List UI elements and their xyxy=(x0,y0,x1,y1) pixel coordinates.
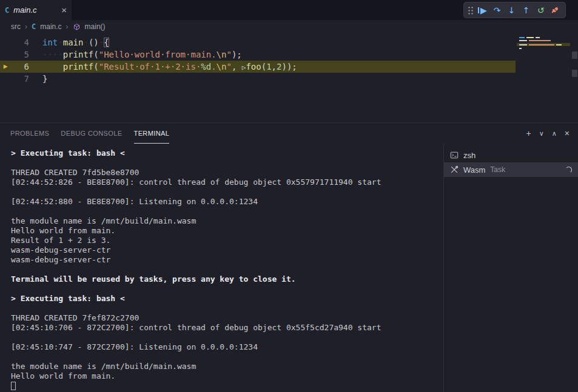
terminal-line: THREAD CREATED 7fef872c2700 xyxy=(11,313,443,323)
code-line-5[interactable]: 5····printf("Hello·world·from·main.\n"); xyxy=(0,48,516,61)
chevron-right-icon: › xyxy=(25,22,27,31)
close-panel-icon[interactable]: × xyxy=(565,128,570,138)
overview-ruler-mark[interactable] xyxy=(572,51,577,59)
c-file-icon: C xyxy=(5,6,9,15)
symbol-method-icon xyxy=(73,23,81,31)
breadcrumb-symbol[interactable]: main() xyxy=(85,22,106,31)
terminal-list: zsh Wasm Task xyxy=(443,144,578,392)
glyph-margin[interactable] xyxy=(0,36,11,48)
tab-bar: C main.c × ▶ ↷ ↓ ↑ ↺ xyxy=(0,0,578,20)
terminal-line xyxy=(11,352,443,362)
continue-button[interactable]: ▶ xyxy=(476,4,489,17)
disconnect-button[interactable] xyxy=(548,4,562,17)
terminal-line xyxy=(11,265,443,274)
terminal-item-zsh[interactable]: zsh xyxy=(444,148,578,162)
terminal-line: Hello world from main. xyxy=(11,226,443,236)
terminal-cursor xyxy=(11,382,16,390)
maximize-panel-icon[interactable]: ∧ xyxy=(552,130,557,138)
step-over-button[interactable]: ↷ xyxy=(490,4,504,17)
tools-icon xyxy=(450,165,459,174)
code-line-7[interactable]: 7} xyxy=(0,73,516,85)
terminal-line xyxy=(11,333,443,342)
terminal-line: [02:45:10:706 - 872C2700]: control threa… xyxy=(11,323,443,333)
code-editor[interactable]: 4int·main·()·{5····printf("Hello·world·f… xyxy=(0,33,578,122)
terminal-line: Terminal will be reused by tasks, press … xyxy=(11,274,443,284)
breadcrumb-file[interactable]: main.c xyxy=(40,22,61,31)
tab-close-icon[interactable]: × xyxy=(61,5,67,15)
terminal-line: Result of 1 + 2 is 3. xyxy=(11,236,443,245)
current-statement-arrow-icon[interactable]: ▶ xyxy=(0,61,11,73)
terminal-line xyxy=(11,207,443,216)
terminal-line: the module name is /mnt/build/main.wasm xyxy=(11,362,443,371)
overview-ruler-mark[interactable] xyxy=(572,70,577,77)
code-lines: 4int·main·()·{5····printf("Hello·world·f… xyxy=(0,33,578,85)
tab-debug-console[interactable]: DEBUG CONSOLE xyxy=(61,123,122,144)
terminal-line xyxy=(11,284,443,294)
code-line-4[interactable]: 4int·main·()·{ xyxy=(0,36,516,48)
restart-button[interactable]: ↺ xyxy=(534,4,548,17)
bottom-panel: PROBLEMS DEBUG CONSOLE TERMINAL + ∨ ∧ × … xyxy=(0,122,578,392)
terminal-line: > Executing task: bash < xyxy=(11,294,443,304)
code-line-6[interactable]: ▶6····printf("Result·of·1·+·2·is·%d.\n",… xyxy=(0,61,516,73)
terminal-line: Hello world from main. xyxy=(11,371,443,381)
chevron-right-icon: › xyxy=(66,22,69,31)
panel-body: > Executing task: bash < THREAD CREATED … xyxy=(0,144,578,392)
terminal-line: [02:45:10:747 - 872C2700]: Listening on … xyxy=(11,342,443,352)
debug-toolbar: ▶ ↷ ↓ ↑ ↺ xyxy=(463,2,566,18)
terminal-line: the module name is /mnt/build/main.wasm xyxy=(11,216,443,226)
step-into-button[interactable]: ↓ xyxy=(505,4,519,17)
tab-label: main.c xyxy=(13,5,57,15)
tab-terminal[interactable]: TERMINAL xyxy=(134,123,170,144)
code-text: } xyxy=(42,73,47,85)
terminal-dropdown-icon[interactable]: ∨ xyxy=(539,130,544,138)
line-number: 7 xyxy=(11,73,29,85)
breadcrumb-folder[interactable]: src xyxy=(11,22,21,31)
panel-actions: + ∨ ∧ × xyxy=(526,128,570,138)
tab-main-c[interactable]: C main.c × xyxy=(0,0,72,20)
line-number: 5 xyxy=(11,48,29,61)
terminal-line: > Executing task: bash < xyxy=(11,148,443,158)
step-out-button[interactable]: ↑ xyxy=(519,4,533,17)
terminal-line: wasm-debug-server-ctr xyxy=(11,245,443,255)
terminal-line: THREAD CREATED 7fd5be8e8700 xyxy=(11,168,443,178)
terminal-line xyxy=(11,187,443,197)
tab-problems[interactable]: PROBLEMS xyxy=(10,123,49,144)
glyph-margin[interactable] xyxy=(0,48,11,61)
terminal-item-label: Wasm xyxy=(463,165,485,174)
line-number: 6 xyxy=(11,61,29,73)
terminal-icon xyxy=(450,151,459,159)
terminal-output[interactable]: > Executing task: bash < THREAD CREATED … xyxy=(0,144,443,392)
code-text: ····printf("Hello·world·from·main.\n"); xyxy=(42,48,242,61)
terminal-line: [02:44:52:880 - BE8E8700]: Listening on … xyxy=(11,197,443,207)
terminal-line xyxy=(11,304,443,313)
terminal-line: [02:44:52:826 - BE8E8700]: control threa… xyxy=(11,178,443,187)
terminal-line: wasm-debug-server-ctr xyxy=(11,255,443,265)
terminal-item-description: Task xyxy=(490,165,505,174)
disconnect-plug-icon xyxy=(551,5,560,15)
terminal-item-wasm-task[interactable]: Wasm Task xyxy=(444,162,578,177)
new-terminal-icon[interactable]: + xyxy=(526,128,531,138)
glyph-margin[interactable] xyxy=(0,73,11,85)
breadcrumb: src › C main.c › main() xyxy=(0,20,578,33)
drag-grip-icon[interactable] xyxy=(468,6,473,15)
code-text: ····printf("Result·of·1·+·2·is·%d.\n",·▷… xyxy=(42,61,297,73)
panel-header: PROBLEMS DEBUG CONSOLE TERMINAL + ∨ ∧ × xyxy=(0,123,578,144)
terminal-line xyxy=(11,158,443,168)
c-file-icon: C xyxy=(32,22,36,31)
loading-spinner-icon xyxy=(565,167,572,173)
minimap[interactable] xyxy=(517,37,570,51)
terminal-item-label: zsh xyxy=(463,151,476,160)
code-text: int·main·()·{ xyxy=(42,36,109,48)
line-number: 4 xyxy=(11,36,29,48)
